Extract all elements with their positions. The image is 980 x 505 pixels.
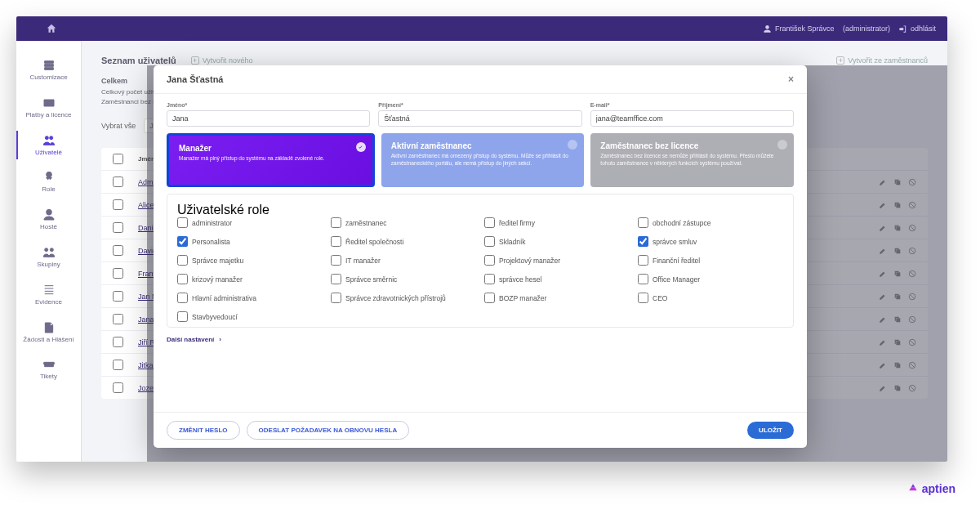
role-label: Projektový manažer	[499, 257, 560, 265]
more-settings-link[interactable]: Další nastavení›	[167, 336, 794, 343]
role-checkbox[interactable]: CEO	[638, 293, 783, 303]
role-checkbox[interactable]: Hlavní administrativa	[177, 293, 323, 303]
sidebar-item-label: Platby a licence	[25, 112, 71, 119]
platby-icon	[42, 96, 56, 109]
select-all-label: Vybrat vše	[101, 122, 136, 130]
role-label: obchodní zástupce	[653, 219, 710, 227]
email-label: E-mail*	[590, 102, 794, 108]
role-checkbox[interactable]: Stavbyvedoucí	[177, 311, 323, 322]
row-checkbox[interactable]	[113, 245, 123, 256]
sidebar-item-customizace[interactable]: Customizace	[16, 56, 81, 85]
send-reset-button[interactable]: ODESLAT POŽADAVEK NA OBNOVU HESLA	[247, 421, 410, 440]
change-password-button[interactable]: ZMĚNIT HESLO	[167, 421, 240, 440]
role-checkbox[interactable]: správce smluv	[638, 236, 783, 247]
role-checkbox[interactable]: Finanční ředitel	[638, 255, 783, 266]
sidebar: CustomizacePlatby a licenceUživateléRole…	[16, 41, 82, 462]
sidebar-item-zadosti[interactable]: Žádosti a Hlášení	[16, 318, 81, 347]
email-input[interactable]	[590, 110, 794, 127]
role-label: Finanční ředitel	[653, 257, 700, 265]
role-checkbox[interactable]: správce hesel	[484, 274, 630, 284]
role-checkbox[interactable]: IT manažer	[331, 255, 476, 266]
role-checkbox[interactable]: Projektový manažer	[484, 255, 630, 266]
role-icon	[42, 171, 56, 184]
role-checkbox[interactable]: Skladník	[484, 236, 630, 247]
modal-title: Jana Šťastná	[167, 74, 223, 84]
sidebar-item-label: Role	[42, 186, 55, 194]
access-card-employee[interactable]: Aktivní zaměstnanecAktivní zaměstnanec m…	[381, 133, 585, 187]
role-checkbox[interactable]: obchodní zástupce	[638, 217, 783, 228]
role-checkbox[interactable]: administrator	[177, 217, 323, 228]
row-checkbox[interactable]	[113, 360, 123, 370]
sidebar-item-label: Tikety	[40, 373, 57, 381]
skupiny-icon	[42, 246, 56, 259]
sidebar-item-label: Hosté	[40, 224, 57, 231]
role-label: Office Manager	[653, 275, 700, 284]
role-label: administrator	[192, 219, 232, 227]
access-card-nolicense[interactable]: Zaměstnanec bez licenceZaměstnanec bez l…	[590, 133, 794, 187]
role-checkbox[interactable]: Ředitel společnosti	[331, 236, 476, 247]
sidebar-item-skupiny[interactable]: Skupiny	[16, 243, 81, 272]
role-label: Správce zdravotnických přístrojů	[345, 294, 446, 302]
home-icon[interactable]	[46, 23, 57, 34]
role-label: Hlavní administrativa	[192, 294, 256, 302]
row-checkbox[interactable]	[113, 382, 123, 393]
role-label: správce smluv	[653, 238, 697, 246]
role-label: krizový manažer	[192, 275, 243, 284]
tikety-icon	[42, 358, 56, 371]
sidebar-item-label: Customizace	[29, 74, 67, 82]
role-checkbox[interactable]: ředitel firmy	[484, 217, 630, 228]
roles-grid: administratorzaměstnanecředitel firmyobc…	[177, 217, 783, 322]
user-link[interactable]: František Správce (administrator)	[763, 25, 890, 34]
role-label: Skladník	[499, 238, 526, 246]
sidebar-item-hoste[interactable]: Hosté	[16, 205, 81, 235]
row-checkbox[interactable]	[113, 268, 123, 279]
lname-input[interactable]	[378, 110, 581, 127]
lname-label: Příjmení*	[378, 102, 581, 108]
role-checkbox[interactable]: Správce majetku	[177, 255, 323, 266]
role-checkbox[interactable]: Office Manager	[638, 274, 783, 284]
logout-link[interactable]: odhlásit	[898, 25, 936, 34]
role-checkbox[interactable]: BOZP manažer	[484, 293, 630, 303]
page-title: Seznam uživatelů	[101, 56, 176, 65]
role-checkbox[interactable]: krizový manažer	[177, 274, 323, 284]
sidebar-item-evidence[interactable]: Evidence	[16, 280, 81, 310]
role-label: Stavbyvedoucí	[192, 313, 238, 321]
sidebar-item-uzivatele[interactable]: Uživatelé	[16, 131, 81, 160]
select-all-checkbox[interactable]	[113, 154, 123, 164]
sidebar-item-label: Uživatelé	[35, 150, 62, 157]
role-checkbox[interactable]: Správce směrnic	[331, 274, 476, 284]
row-checkbox[interactable]	[113, 291, 123, 302]
save-button[interactable]: ULOŽIT	[747, 422, 794, 439]
access-card-manager[interactable]: ManažerManažer má plný přístup do systém…	[167, 133, 375, 187]
row-checkbox[interactable]	[113, 222, 123, 233]
sidebar-item-tikety[interactable]: Tikety	[16, 355, 81, 384]
fname-input[interactable]	[167, 110, 370, 127]
role-label: BOZP manažer	[499, 294, 546, 302]
evidence-icon	[42, 284, 56, 297]
brand-logo: aptien	[907, 482, 956, 495]
close-icon[interactable]: ×	[788, 74, 794, 85]
row-checkbox[interactable]	[113, 337, 123, 347]
sidebar-item-label: Žádosti a Hlášení	[23, 337, 74, 344]
role-label: Správce směrnic	[345, 275, 397, 284]
role-label: Ředitel společnosti	[345, 238, 403, 246]
sidebar-item-platby[interactable]: Platby a licence	[16, 93, 81, 123]
sidebar-item-role[interactable]: Role	[16, 168, 81, 197]
row-checkbox[interactable]	[113, 199, 123, 210]
zadosti-icon	[42, 321, 56, 334]
role-label: CEO	[653, 294, 667, 302]
row-checkbox[interactable]	[113, 177, 123, 187]
roles-legend: Uživatelské role	[177, 203, 270, 217]
sidebar-item-label: Evidence	[35, 299, 62, 306]
role-checkbox[interactable]: Personalista	[177, 236, 323, 247]
role-checkbox[interactable]: zaměstnanec	[331, 217, 476, 228]
create-from-employee-button[interactable]: +Vytvořit ze zaměstnanců	[836, 56, 928, 65]
row-checkbox[interactable]	[113, 314, 123, 324]
customizace-icon	[42, 59, 56, 72]
radio-icon	[777, 140, 787, 150]
role-checkbox[interactable]: Správce zdravotnických přístrojů	[331, 293, 476, 303]
role-label: IT manažer	[345, 257, 381, 265]
uzivatele-icon	[42, 134, 56, 147]
create-user-button[interactable]: +Vytvořit nového	[191, 56, 253, 65]
chevron-right-icon: ›	[219, 336, 221, 343]
